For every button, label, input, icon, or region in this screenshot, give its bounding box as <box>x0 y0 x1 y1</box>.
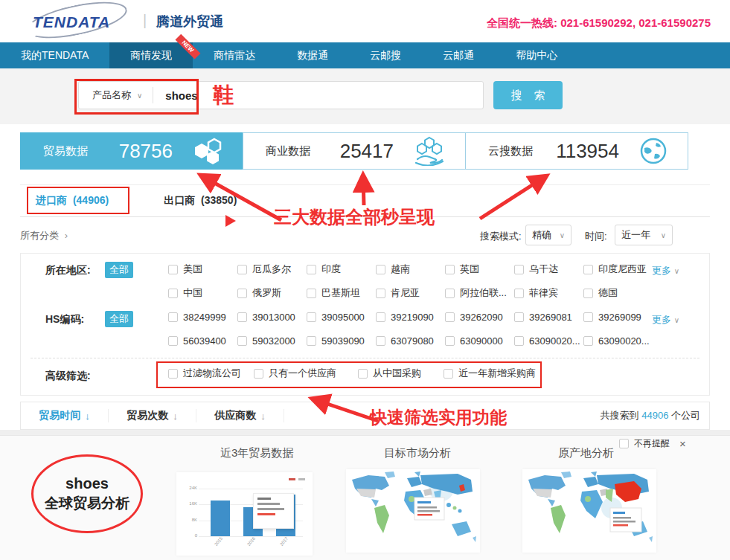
advanced-checkbox[interactable]: 近一年新增采购商 <box>444 367 536 380</box>
region-checkbox[interactable]: 肯尼亚 <box>376 286 445 300</box>
region-checkbox[interactable]: 英国 <box>445 263 514 276</box>
checkbox-icon <box>583 336 593 346</box>
hs-code-checkbox[interactable]: 63079080 <box>376 335 445 347</box>
hs-code-row-2: 5603940059032000590390906307908063090000… <box>168 335 653 347</box>
search-field-select[interactable]: 产品名称 ∨ <box>79 82 153 109</box>
region-more-link[interactable]: 更多 ∨ <box>652 264 679 277</box>
advanced-checkbox[interactable]: 过滤物流公司 <box>168 367 254 380</box>
nav-item-3[interactable]: 商情雷达 <box>193 42 276 68</box>
region-row-2: 中国俄罗斯巴基斯坦肯尼亚阿拉伯联...菲律宾德国 <box>168 286 653 300</box>
advanced-filter-label: 高级筛选: <box>45 370 91 383</box>
region-checkbox-label: 越南 <box>391 263 410 276</box>
hs-code-checkbox[interactable]: 63090020... <box>514 335 583 347</box>
checkbox-icon <box>237 336 247 346</box>
nav-item-4[interactable]: 数据通 <box>276 42 349 68</box>
hs-code-checkbox[interactable]: 63090000 <box>445 335 514 347</box>
nav-item-5[interactable]: 云邮搜 <box>349 42 422 68</box>
region-checkbox[interactable]: 阿拉伯联... <box>445 286 514 300</box>
search-mode-select[interactable]: 精确 ∨ <box>525 225 571 245</box>
chevron-down-icon: ∨ <box>137 91 142 100</box>
hs-code-checkbox[interactable]: 59039090 <box>307 335 376 347</box>
nav-item-label: 云邮搜 <box>370 49 401 62</box>
hs-code-checkbox[interactable]: 39262090 <box>445 312 514 323</box>
region-checkbox[interactable]: 乌干达 <box>514 263 583 276</box>
region-checkbox[interactable]: 中国 <box>168 286 237 300</box>
stat-card-2[interactable]: 商业数据25417 <box>243 132 466 170</box>
time-filter-select[interactable]: 近一年 ∨ <box>615 225 673 245</box>
hs-code-checkbox[interactable]: 38249999 <box>168 312 237 323</box>
hs-code-checkbox[interactable]: 39269081 <box>514 312 583 323</box>
checkbox-icon <box>445 336 455 346</box>
region-checkbox-label: 德国 <box>598 286 618 300</box>
tab-exporters[interactable]: 出口商 (33850) <box>164 194 237 207</box>
globe-icon <box>638 136 668 166</box>
hs-code-checkbox[interactable]: 39219090 <box>376 312 445 323</box>
advanced-checkbox-label: 从中国采购 <box>373 367 421 380</box>
hs-code-filter-label: HS编码: <box>45 313 84 326</box>
region-checkbox[interactable]: 菲律宾 <box>514 286 583 300</box>
tab-exporters-count: (33850) <box>201 194 237 206</box>
region-checkbox-label: 肯尼亚 <box>391 286 420 300</box>
logo-divider: | <box>143 12 147 29</box>
region-checkbox[interactable]: 美国 <box>168 263 237 276</box>
region-checkbox[interactable]: 印度 <box>307 263 376 276</box>
search-box: 产品名称 ∨ shoes <box>78 81 484 109</box>
nav-item-6[interactable]: 云邮通 <box>422 42 495 68</box>
query-analysis-circle-annotation: shoes 全球贸易分析 <box>31 454 143 533</box>
checkbox-icon <box>254 369 263 379</box>
hotline-numbers: 021-61590292, 021-61590275 <box>560 16 711 29</box>
hs-code-checkbox[interactable]: 63090020... <box>583 335 653 347</box>
region-checkbox[interactable]: 厄瓜多尔 <box>237 263 307 276</box>
search-section: 产品名称 ∨ shoes 搜 索 <box>0 68 730 124</box>
stat-label: 贸易数据 <box>43 144 88 158</box>
advanced-checkbox[interactable]: 只有一个供应商 <box>254 367 358 380</box>
advanced-checkbox[interactable]: 从中国采购 <box>358 367 444 380</box>
region-all-badge[interactable]: 全部 <box>105 262 133 278</box>
dismiss-checkbox[interactable] <box>619 439 629 448</box>
stat-label: 商业数据 <box>266 144 310 158</box>
sort-item-label: 贸易时间 <box>39 409 80 422</box>
stat-value: 78756 <box>119 140 173 163</box>
search-button[interactable]: 搜 索 <box>493 81 563 109</box>
hs-code-all-badge[interactable]: 全部 <box>105 311 133 327</box>
nav-item-2[interactable]: 商情发现NEW <box>109 42 193 68</box>
stat-card-1[interactable]: 贸易数据78756 <box>20 132 243 170</box>
nav-item-1[interactable]: 我的TENDATA <box>0 42 109 68</box>
sort-item-2[interactable]: 贸易次数↓ <box>109 409 196 422</box>
breadcrumb[interactable]: 所有分类 › <box>20 229 68 242</box>
hs-code-checkbox-label: 59032000 <box>252 335 295 347</box>
region-checkbox-label: 乌干达 <box>529 263 558 276</box>
dismiss-row: 不再提醒 × <box>619 437 686 450</box>
hs-code-checkbox[interactable]: 56039400 <box>168 335 237 347</box>
time-filter-label: 时间: <box>585 230 607 243</box>
checkbox-icon <box>514 312 524 322</box>
tab-importers-label: 进口商 <box>36 194 67 206</box>
region-checkbox[interactable]: 德国 <box>583 286 653 300</box>
hs-code-checkbox[interactable]: 39269099 <box>583 312 653 323</box>
hs-code-checkbox[interactable]: 39095000 <box>307 312 376 323</box>
hs-code-more-link[interactable]: 更多 ∨ <box>652 313 679 326</box>
hs-code-checkbox-label: 63090020... <box>598 335 650 347</box>
stat-card-3[interactable]: 云搜数据113954 <box>465 132 688 170</box>
close-icon[interactable]: × <box>679 437 686 450</box>
sort-item-3[interactable]: 供应商数↓ <box>196 409 284 422</box>
region-checkbox[interactable]: 印度尼西亚 <box>583 263 653 276</box>
hs-code-checkbox-label: 39262090 <box>460 312 503 323</box>
region-checkbox[interactable]: 越南 <box>376 263 445 276</box>
checkbox-icon <box>376 336 385 346</box>
region-checkbox[interactable]: 巴基斯坦 <box>307 286 376 300</box>
tab-importers[interactable]: 进口商 (44906) <box>36 194 109 207</box>
hs-code-checkbox[interactable]: 59032000 <box>237 335 307 347</box>
checkbox-icon <box>514 265 524 274</box>
sort-item-label: 贸易次数 <box>127 409 168 422</box>
region-checkbox[interactable]: 俄罗斯 <box>237 286 307 300</box>
nav-item-7[interactable]: 帮助中心 <box>495 42 578 68</box>
sort-item-1[interactable]: 贸易时间↓ <box>21 409 109 422</box>
region-checkbox-label: 中国 <box>183 286 202 300</box>
search-input[interactable]: shoes <box>153 89 209 102</box>
hs-code-checkbox-label: 38249999 <box>183 312 226 323</box>
hs-code-checkbox[interactable]: 39013000 <box>237 312 307 323</box>
advanced-checkbox-label: 只有一个供应商 <box>269 367 336 380</box>
chart-xtick: 2017 <box>279 536 289 547</box>
checkbox-icon <box>583 289 593 298</box>
